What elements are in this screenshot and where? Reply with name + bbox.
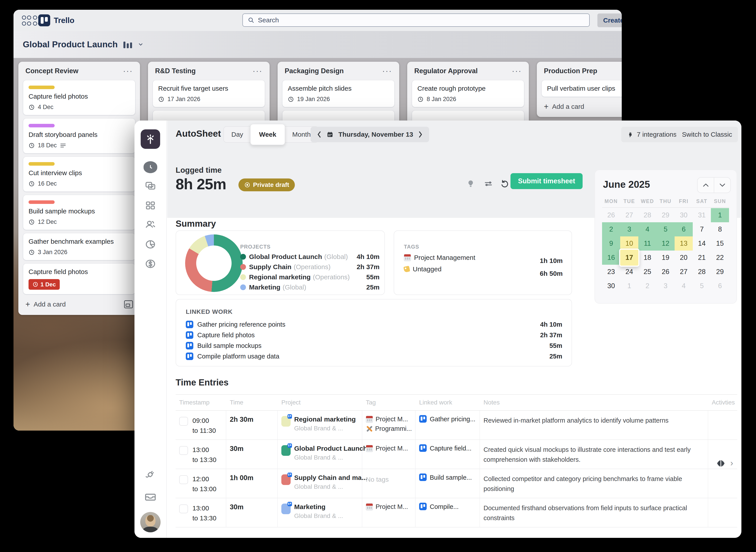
board-views-icon[interactable] [123, 41, 132, 48]
adjustments-button[interactable] [483, 178, 494, 189]
trello-card[interactable]: Cut interview clips16 Dec [23, 157, 135, 191]
calendar-day-11[interactable]: 11 [638, 237, 656, 251]
linked-work-row[interactable]: Compile platform usage data25m [186, 353, 562, 360]
trello-badge-icon [287, 502, 292, 506]
trello-card[interactable]: Create rough prototype8 Jan 2026 [412, 80, 524, 107]
calendar-day-2[interactable]: 2 [638, 279, 656, 293]
trello-card[interactable]: Assemble pitch slides19 Jan 2026 [282, 80, 394, 107]
sidebar-item-billing[interactable] [144, 258, 157, 271]
add-card-button[interactable]: +Add a card [542, 101, 622, 112]
trello-card[interactable]: Capture field photos4 Dec [23, 80, 135, 115]
calendar-day-5[interactable]: 5 [693, 279, 711, 293]
sidebar-item-dashboard[interactable] [144, 199, 156, 212]
list-menu-button[interactable]: ··· [123, 69, 133, 73]
calendar-day-3[interactable]: 3 [620, 222, 638, 237]
trello-card[interactable]: Pull verbatim user clips [542, 80, 622, 97]
switch-to-classic-button[interactable]: Switch to Classic [676, 127, 738, 142]
calendar-prev-button[interactable] [698, 177, 714, 192]
calendar-day-28[interactable]: 28 [693, 265, 711, 279]
trello-card[interactable]: Draft storyboard panels18 Dec [23, 119, 135, 153]
calendar-day-28[interactable]: 28 [638, 208, 656, 222]
calendar-day-22[interactable]: 22 [711, 251, 729, 265]
calendar-day-13[interactable]: 13 [674, 237, 693, 251]
calendar-day-8[interactable]: 8 [711, 222, 729, 237]
row-checkbox[interactable] [179, 446, 188, 455]
app-switcher-icon[interactable] [22, 15, 32, 25]
calendar-day-7[interactable]: 7 [693, 222, 711, 237]
undo-button[interactable] [499, 178, 510, 189]
calendar-day-29[interactable]: 29 [711, 265, 729, 279]
calendar-day-1[interactable]: 1 [711, 208, 729, 222]
tab-day[interactable]: Day [224, 127, 251, 142]
sidebar-item-inbox[interactable] [144, 491, 157, 505]
calendar-day-16[interactable]: 16 [602, 251, 620, 265]
integrations-button[interactable]: 7 integrations [621, 127, 682, 142]
trello-card[interactable]: Gather benchmark examples3 Jan 2026 [23, 233, 135, 260]
sidebar-item-approvals[interactable] [144, 180, 157, 193]
submit-timesheet-button[interactable]: Submit timesheet [510, 173, 583, 189]
sidebar-item-integrations[interactable] [144, 468, 157, 481]
chevron-left-icon[interactable] [317, 131, 322, 138]
calendar-day-5[interactable]: 5 [656, 222, 674, 237]
calendar-next-button[interactable] [714, 177, 730, 192]
chevron-down-icon[interactable] [138, 41, 144, 47]
sidebar-item-time[interactable] [144, 161, 157, 173]
row-checkbox[interactable] [179, 417, 188, 426]
calendar-day-3[interactable]: 3 [656, 279, 674, 293]
calendar-day-4[interactable]: 4 [674, 279, 693, 293]
chevron-right-icon[interactable] [418, 131, 423, 138]
card-template-icon[interactable] [124, 300, 133, 308]
autosheet-logo[interactable] [141, 129, 160, 149]
calendar-day-17[interactable]: 17 [620, 251, 638, 265]
calendar-day-29[interactable]: 29 [656, 208, 674, 222]
linked-work-row[interactable]: Build sample mockups55m [186, 342, 562, 350]
calendar-day-6[interactable]: 6 [711, 279, 729, 293]
search-input[interactable]: Search [242, 13, 590, 27]
card-title: Cut interview clips [28, 169, 130, 177]
calendar-day-18[interactable]: 18 [638, 251, 656, 265]
sidebar-item-reports[interactable] [144, 238, 157, 252]
trello-card[interactable]: Capture field photos1 Dec [23, 264, 135, 294]
list-menu-button[interactable]: ··· [253, 69, 263, 73]
calendar-day-24[interactable]: 24 [620, 265, 638, 279]
sidebar-item-team[interactable] [144, 219, 157, 232]
add-card-button[interactable]: +Add a card [23, 299, 135, 310]
calendar-day-4[interactable]: 4 [638, 222, 656, 237]
calendar-day-25[interactable]: 25 [638, 265, 656, 279]
calendar-day-27[interactable]: 27 [620, 208, 638, 222]
list-menu-button[interactable]: ··· [382, 69, 392, 73]
calendar-day-31[interactable]: 31 [693, 208, 711, 222]
linked-work-row[interactable]: Gather pricing reference points4h 10m [186, 321, 562, 328]
calendar-day-12[interactable]: 12 [656, 237, 674, 251]
linked-work-row[interactable]: Capture field photos2h 37m [186, 331, 562, 339]
create-button[interactable]: Create [597, 13, 622, 27]
row-checkbox[interactable] [179, 475, 188, 484]
brain-icon[interactable] [716, 459, 726, 467]
list-menu-button[interactable]: ··· [512, 69, 522, 73]
calendar-day-21[interactable]: 21 [693, 251, 711, 265]
row-checkbox[interactable] [179, 505, 188, 513]
suggestions-button[interactable] [465, 178, 476, 189]
calendar-day-26[interactable]: 26 [602, 208, 620, 222]
user-avatar[interactable] [140, 512, 160, 532]
chevron-right-icon[interactable]: › [730, 458, 733, 468]
calendar-day-26[interactable]: 26 [656, 265, 674, 279]
calendar-day-27[interactable]: 27 [674, 265, 693, 279]
tab-week[interactable]: Week [250, 124, 285, 145]
trello-logo[interactable]: Trello [38, 14, 74, 26]
calendar-day-20[interactable]: 20 [674, 251, 693, 265]
calendar-day-15[interactable]: 15 [711, 237, 729, 251]
trello-card[interactable]: Build sample mockups12 Dec [23, 195, 135, 230]
calendar-day-30[interactable]: 30 [674, 208, 693, 222]
pie-chart-icon [144, 238, 157, 251]
timestamp: 12:00to 13:00 [193, 474, 216, 494]
calendar-day-6[interactable]: 6 [674, 222, 693, 237]
calendar-day-2[interactable]: 2 [602, 222, 620, 237]
calendar-day-23[interactable]: 23 [602, 265, 620, 279]
trello-card[interactable]: Recruit five target users17 Jan 2026 [153, 80, 265, 107]
calendar-day-9[interactable]: 9 [602, 237, 620, 251]
calendar-day-14[interactable]: 14 [693, 237, 711, 251]
calendar-day-19[interactable]: 19 [656, 251, 674, 265]
calendar-day-30[interactable]: 30 [602, 279, 620, 293]
calendar-day-1[interactable]: 1 [620, 279, 638, 293]
